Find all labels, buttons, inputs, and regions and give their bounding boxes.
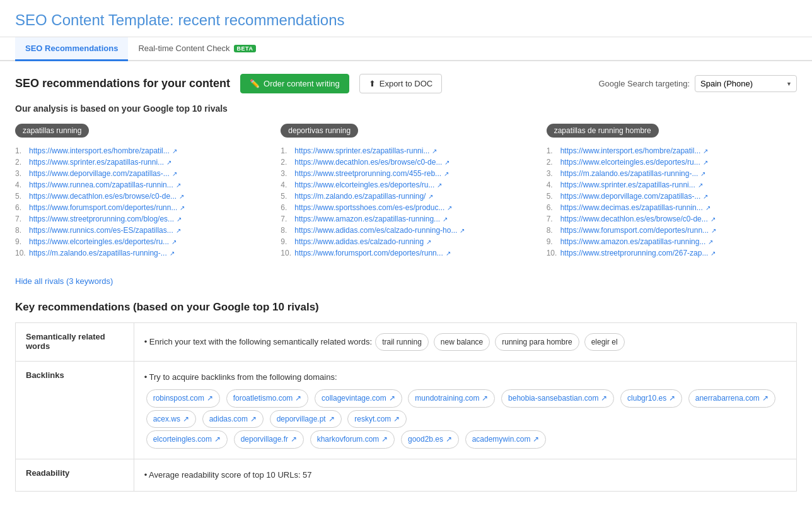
rival-link[interactable]: https://www.deporvillage.com/zapatillas-…: [560, 192, 701, 201]
external-icon: ↗: [176, 227, 181, 234]
backlink-foroatletismo[interactable]: foroatletismo.com↗: [226, 389, 309, 407]
rival-link[interactable]: https://www.amazon.es/zapatillas-running…: [294, 215, 440, 223]
backlink-robinspost[interactable]: robinspost.com↗: [146, 389, 220, 407]
rival-link[interactable]: https://www.streetprorunning.com/267-zap…: [560, 249, 709, 257]
external-icon: ↗: [601, 392, 607, 404]
backlink-deporvillage-pt[interactable]: deporvillage.pt↗: [270, 410, 342, 428]
hide-rivals-link[interactable]: Hide all rivals (3 keywords): [15, 276, 113, 286]
table-row-readability: Readability • Average readability score …: [16, 459, 797, 491]
rival-link[interactable]: https://www.intersport.es/hombre/zapatil…: [560, 146, 701, 155]
external-icon: ↗: [172, 170, 177, 177]
rival-item: 3.https://www.deporvillage.com/zapatilla…: [15, 168, 265, 179]
section-title: SEO recommendations for your content: [15, 77, 230, 90]
backlink-anerrabarrena[interactable]: anerrabarrena.com↗: [688, 389, 775, 407]
external-icon: ↗: [711, 227, 716, 234]
external-icon: ↗: [432, 148, 437, 155]
external-icon: ↗: [703, 193, 708, 200]
rival-link[interactable]: https://www.sprinter.es/zapatillas-runni…: [29, 158, 164, 167]
recommendations-table: Semantically related words • Enrich your…: [15, 322, 797, 492]
rival-link[interactable]: https://www.streetprorunning.com/blog/es…: [29, 215, 174, 223]
external-icon: ↗: [446, 250, 451, 257]
rival-link[interactable]: https://www.deporvillage.com/zapatillas-…: [29, 169, 170, 178]
external-icon: ↗: [176, 182, 181, 189]
backlink-kharkovforum[interactable]: kharkovforum.com↗: [310, 430, 395, 448]
order-content-button[interactable]: ✏️ Order content writing: [240, 74, 349, 93]
semantic-intro: • Enrich your text with the following se…: [144, 335, 373, 349]
rival-link[interactable]: https://www.decathlon.es/es/browse/c0-de…: [560, 215, 708, 223]
section-header-row: SEO recommendations for your content ✏️ …: [15, 74, 797, 93]
external-icon: ↗: [703, 159, 708, 166]
tag-elegir-el[interactable]: elegir el: [584, 333, 625, 351]
backlinks-content-cell: • Try to acquire backlinks from the foll…: [134, 362, 796, 459]
backlink-deporvillage-fr[interactable]: deporvillage.fr↗: [234, 430, 304, 448]
rival-link[interactable]: https://m.zalando.es/zapatillas-running-…: [560, 169, 699, 178]
rival-link[interactable]: https://www.elcorteingles.es/deportes/ru…: [29, 237, 169, 246]
tag-running-para-hombre[interactable]: running para hombre: [495, 333, 579, 351]
rival-link[interactable]: https://www.runnics.com/es-ES/zapatillas…: [29, 226, 173, 235]
rival-link[interactable]: https://m.zalando.es/zapatillas-running-…: [29, 249, 167, 257]
backlink-mundotraining[interactable]: mundotraining.com↗: [408, 389, 495, 407]
rival-link[interactable]: https://www.runnea.com/zapatillas-runnin…: [29, 180, 173, 189]
backlink-good2b[interactable]: good2b.es↗: [401, 430, 459, 448]
export-doc-button[interactable]: ⬆ Export to DOC: [359, 74, 443, 93]
external-icon: ↗: [393, 413, 400, 425]
backlink-reskyt[interactable]: reskyt.com↗: [347, 410, 407, 428]
tag-new-balance[interactable]: new balance: [434, 333, 490, 351]
external-icon: ↗: [172, 148, 177, 155]
external-icon: ↗: [180, 204, 185, 211]
rival-link[interactable]: https://www.decathlon.es/es/browse/c0-de…: [29, 192, 177, 201]
rival-link[interactable]: https://www.elcorteingles.es/deportes/ru…: [560, 158, 700, 167]
rival-link[interactable]: https://www.forumsport.com/deportes/runn…: [29, 203, 177, 212]
rival-link[interactable]: https://www.sportsshoes.com/es-es/produc…: [294, 203, 444, 212]
rival-link[interactable]: https://www.decathlon.es/es/browse/c0-de…: [294, 158, 442, 167]
rival-link[interactable]: https://www.decimas.es/zapatillas-runnin…: [560, 203, 703, 212]
analysis-subtitle: Our analysis is based on your Google top…: [15, 103, 797, 114]
rival-item: 2.https://www.decathlon.es/es/browse/c0-…: [281, 156, 531, 168]
semantic-label-cell: Semantically related words: [16, 323, 134, 362]
external-icon: ↗: [171, 239, 177, 245]
rival-link[interactable]: https://www.sprinter.es/zapatillas-runni…: [560, 180, 695, 189]
rival-item: 10.https://m.zalando.es/zapatillas-runni…: [15, 247, 265, 259]
rival-link[interactable]: https://www.intersport.es/hombre/zapatil…: [29, 146, 170, 155]
backlink-adidas[interactable]: adidas.com↗: [202, 410, 264, 428]
external-icon: ↗: [533, 433, 539, 445]
tab-realtime-content[interactable]: Real-time Content Check BETA: [128, 37, 266, 61]
main-content: SEO recommendations for your content ✏️ …: [0, 61, 812, 504]
rivals-grid: zapatillas running 1.https://www.intersp…: [15, 124, 797, 259]
external-icon: ↗: [447, 204, 452, 211]
rival-link[interactable]: https://www.sprinter.es/zapatillas-runni…: [294, 146, 429, 155]
tag-trail-running[interactable]: trail running: [375, 333, 429, 351]
external-icon: ↗: [295, 392, 301, 404]
backlink-behobia[interactable]: behobia-sansebastian.com↗: [501, 389, 614, 407]
targeting-select[interactable]: Spain (Phone) Spain (Desktop) United Sta…: [695, 75, 797, 92]
backlink-clubgr10[interactable]: clubgr10.es↗: [620, 389, 682, 407]
rival-link[interactable]: https://www.forumsport.com/deportes/runn…: [294, 249, 443, 257]
rival-link[interactable]: https://www.forumsport.com/deportes/runn…: [560, 226, 709, 235]
rival-link[interactable]: https://www.streetprorunning.com/455-reb…: [294, 169, 441, 178]
rival-item: 8.https://www.adidas.com/es/calzado-runn…: [281, 225, 531, 236]
external-icon: ↗: [710, 250, 716, 257]
rival-link[interactable]: https://www.adidas.com/es/calzado-runnin…: [294, 226, 457, 235]
rival-list-2: 1.https://www.sprinter.es/zapatillas-run…: [281, 145, 531, 259]
rival-link[interactable]: https://www.amazon.es/zapatillas-running…: [560, 237, 706, 246]
backlink-acex[interactable]: acex.ws↗: [146, 410, 196, 428]
backlinks-label-cell: Backlinks: [16, 362, 134, 459]
rival-column-2: deportivas running 1.https://www.sprinte…: [281, 124, 531, 259]
external-icon: ↗: [250, 413, 257, 425]
keyword-badge-1: zapatillas running: [15, 124, 89, 138]
external-icon: ↗: [179, 193, 184, 200]
rival-list-1: 1.https://www.intersport.es/hombre/zapat…: [15, 145, 265, 259]
backlink-collagevintage[interactable]: collagevintage.com↗: [315, 389, 402, 407]
rival-link[interactable]: https://m.zalando.es/zapatillas-running/: [294, 192, 426, 201]
rival-item: 2.https://www.elcorteingles.es/deportes/…: [547, 156, 797, 168]
google-targeting-group: Google Search targeting: Spain (Phone) S…: [598, 75, 797, 92]
external-icon: ↗: [170, 250, 175, 257]
rival-link[interactable]: https://www.elcorteingles.es/deportes/ru…: [294, 180, 434, 189]
external-icon: ↗: [177, 216, 182, 223]
tab-seo-recommendations[interactable]: SEO Recommendations: [15, 37, 128, 61]
backlinks-intro: • Try to acquire backlinks from the foll…: [144, 372, 337, 382]
tab-realtime-label: Real-time Content Check: [138, 44, 229, 53]
backlink-academywin[interactable]: academywin.com↗: [465, 430, 547, 448]
rival-link[interactable]: https://www.adidas.es/calzado-running: [294, 237, 424, 246]
backlink-elcorteingles[interactable]: elcorteingles.com↗: [146, 430, 228, 448]
